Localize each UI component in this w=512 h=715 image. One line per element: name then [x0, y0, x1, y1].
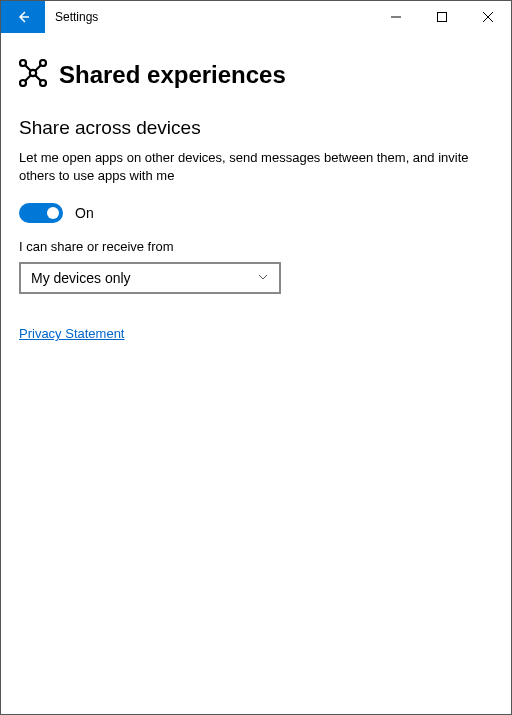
shared-experiences-icon — [19, 59, 47, 91]
svg-point-12 — [40, 80, 46, 86]
scope-label: I can share or receive from — [19, 239, 493, 254]
settings-window: Settings — [0, 0, 512, 715]
privacy-statement-link[interactable]: Privacy Statement — [19, 326, 125, 341]
svg-point-10 — [40, 60, 46, 66]
maximize-icon — [437, 12, 447, 22]
chevron-down-icon — [257, 269, 269, 287]
titlebar: Settings — [1, 1, 511, 33]
minimize-icon — [391, 12, 401, 22]
page-title: Shared experiences — [59, 61, 286, 89]
svg-point-11 — [20, 80, 26, 86]
svg-point-8 — [30, 70, 36, 76]
svg-rect-1 — [438, 13, 447, 22]
toggle-knob — [47, 207, 59, 219]
back-button[interactable] — [1, 1, 45, 33]
page-header: Shared experiences — [19, 59, 493, 91]
share-toggle-row: On — [19, 203, 493, 223]
svg-point-9 — [20, 60, 26, 66]
scope-selected-value: My devices only — [31, 270, 131, 286]
window-controls — [373, 1, 511, 33]
share-toggle[interactable] — [19, 203, 63, 223]
window-title: Settings — [55, 10, 98, 24]
scope-select[interactable]: My devices only — [19, 262, 281, 294]
back-arrow-icon — [15, 9, 31, 25]
toggle-state-label: On — [75, 205, 94, 221]
close-icon — [483, 12, 493, 22]
maximize-button[interactable] — [419, 1, 465, 33]
content-area: Shared experiences Share across devices … — [1, 33, 511, 714]
close-button[interactable] — [465, 1, 511, 33]
minimize-button[interactable] — [373, 1, 419, 33]
section-description: Let me open apps on other devices, send … — [19, 149, 493, 185]
section-title: Share across devices — [19, 117, 493, 139]
